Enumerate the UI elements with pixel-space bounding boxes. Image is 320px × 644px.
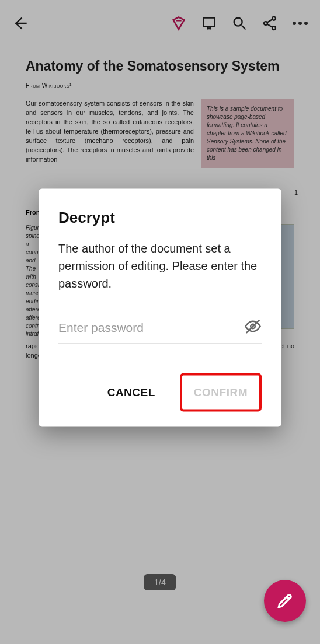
visibility-toggle-icon[interactable]: [244, 318, 262, 338]
dialog-actions: CANCEL CONFIRM: [58, 373, 262, 412]
app-root: Anatomy of the Somatosensory System From…: [0, 0, 320, 644]
pencil-icon: [276, 592, 294, 610]
decrypt-dialog: Decrypt The author of the document set a…: [39, 189, 281, 427]
cancel-button[interactable]: CANCEL: [104, 380, 159, 405]
password-input[interactable]: [58, 321, 244, 335]
password-field-row: [58, 318, 262, 344]
confirm-button[interactable]: CONFIRM: [190, 380, 251, 405]
dialog-body: The author of the document set a permiss…: [58, 240, 262, 292]
dialog-title: Decrypt: [58, 209, 262, 227]
confirm-highlight: CONFIRM: [180, 373, 262, 412]
edit-fab[interactable]: [264, 580, 306, 622]
